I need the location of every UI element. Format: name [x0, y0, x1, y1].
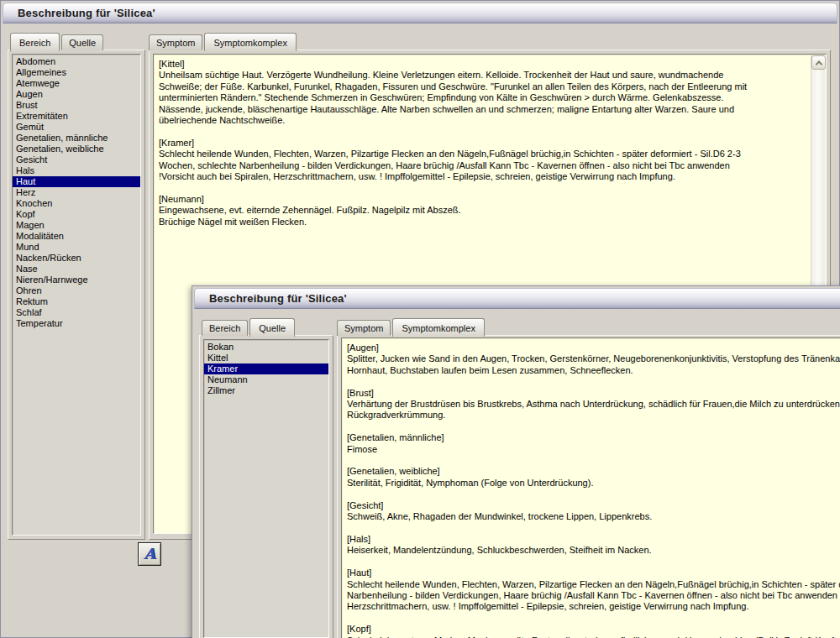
list-item-haut[interactable]: Haut — [13, 176, 140, 187]
window-title: Beschreibung für 'Silicea' — [209, 292, 347, 305]
tab-bereich[interactable]: Bereich — [10, 33, 60, 51]
tab-quelle[interactable]: Quelle — [249, 318, 295, 337]
titlebar[interactable]: Beschreibung für 'Silicea' — [3, 3, 837, 24]
tabstrip-symptom: Symptom Symptomkomplex — [337, 316, 486, 336]
tab-symptom[interactable]: Symptom — [149, 34, 202, 50]
window-title: Beschreibung für 'Silicea' — [18, 7, 155, 19]
tabstrip-symptom: Symptom Symptomkomplex — [149, 31, 298, 50]
list-item-bokan[interactable]: Bokan — [204, 342, 328, 353]
list-item-allgemeines[interactable]: Allgemeines — [13, 67, 140, 78]
tab-symptomkomplex[interactable]: Symptomkomplex — [204, 33, 296, 51]
tabstrip-bereich-quelle: Bereich Quelle — [10, 31, 105, 50]
list-item-magen[interactable]: Magen — [13, 220, 140, 231]
source-listbox[interactable]: BokanKittelKramerNeumannZillmer — [203, 339, 329, 638]
list-item-schlaf[interactable]: Schlaf — [13, 307, 140, 318]
list-item-herz[interactable]: Herz — [13, 187, 140, 198]
list-item-mund[interactable]: Mund — [13, 242, 140, 253]
font-a-icon: A — [144, 546, 155, 562]
list-item-nacken-rücken[interactable]: Nacken/Rücken — [13, 253, 140, 264]
list-item-kittel[interactable]: Kittel — [204, 353, 328, 363]
list-item-gemüt[interactable]: Gemüt — [13, 122, 140, 133]
list-item-nieren-harnwege[interactable]: Nieren/Harnwege — [13, 275, 140, 285]
area-listbox[interactable]: AbdomenAllgemeinesAtemwegeAugenBrustExtr… — [12, 54, 141, 536]
tabstrip-bereich-quelle: Bereich Quelle — [202, 316, 297, 336]
window-beschreibung-front: Beschreibung für 'Silicea' Bereich Quell… — [192, 285, 840, 638]
tab-symptomkomplex[interactable]: Symptomkomplex — [392, 318, 484, 337]
list-item-ohren[interactable]: Ohren — [13, 285, 140, 296]
tab-symptom[interactable]: Symptom — [337, 320, 391, 336]
list-item-modalitäten[interactable]: Modalitäten — [13, 231, 140, 242]
list-item-neumann[interactable]: Neumann — [204, 374, 328, 385]
tab-bereich[interactable]: Bereich — [202, 320, 248, 336]
symptom-text: [Augen] Splitter, Jucken wie Sand in den… — [347, 343, 840, 638]
list-item-gesicht[interactable]: Gesicht — [13, 154, 140, 165]
scroll-up-icon — [815, 60, 822, 67]
list-item-temperatur[interactable]: Temperatur — [13, 318, 140, 329]
list-item-hals[interactable]: Hals — [13, 165, 140, 176]
list-item-augen[interactable]: Augen — [13, 89, 140, 100]
list-item-knochen[interactable]: Knochen — [13, 198, 140, 209]
list-item-nase[interactable]: Nase — [13, 264, 140, 275]
list-item-extremitäten[interactable]: Extremitäten — [13, 111, 140, 122]
titlebar[interactable]: Beschreibung für 'Silicea' — [194, 288, 840, 309]
list-item-kramer[interactable]: Kramer — [204, 363, 328, 374]
list-item-kopf[interactable]: Kopf — [13, 209, 140, 220]
list-item-genetalien-männliche[interactable]: Genetalien, männliche — [13, 133, 140, 144]
list-item-abdomen[interactable]: Abdomen — [13, 56, 140, 67]
list-item-atemwege[interactable]: Atemwege — [13, 78, 140, 89]
scroll-up-button[interactable] — [811, 55, 826, 70]
tab-quelle[interactable]: Quelle — [61, 34, 103, 50]
list-item-rektum[interactable]: Rektum — [13, 296, 140, 307]
list-item-brust[interactable]: Brust — [13, 100, 140, 111]
font-button[interactable]: A — [138, 542, 161, 566]
symptom-text-pane[interactable]: [Augen] Splitter, Jucken wie Sand in den… — [341, 337, 840, 638]
list-item-genetalien-weibliche[interactable]: Genetalien, weibliche — [13, 144, 140, 154]
list-item-zillmer[interactable]: Zillmer — [204, 385, 328, 396]
